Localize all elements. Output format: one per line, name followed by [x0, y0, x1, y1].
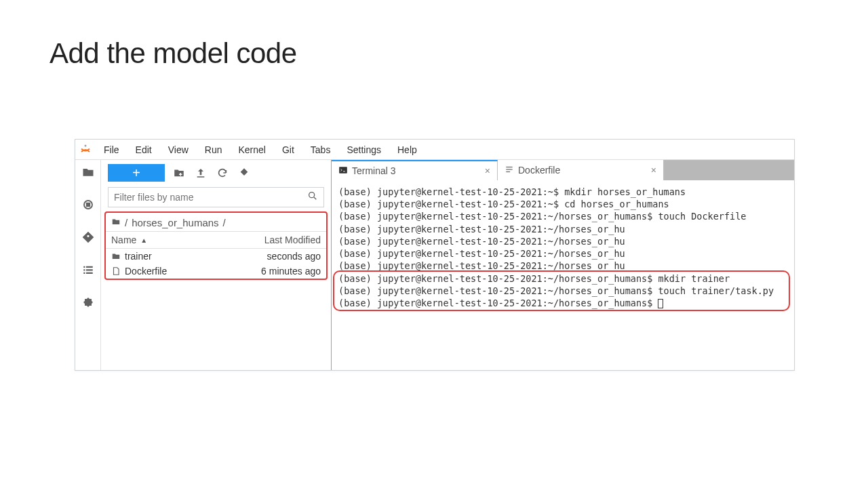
git-icon[interactable]	[80, 229, 96, 245]
running-icon[interactable]	[80, 197, 96, 213]
file-icon	[111, 266, 121, 276]
new-folder-icon[interactable]	[172, 165, 186, 180]
git-pull-icon[interactable]	[237, 165, 252, 180]
file-lines-icon	[505, 165, 514, 176]
menu-help[interactable]: Help	[389, 142, 425, 158]
term-line: (base) jupyter@kernel-test-10-25-2021:~$…	[338, 198, 787, 210]
filter-row	[108, 187, 324, 207]
close-icon[interactable]: ×	[651, 165, 656, 176]
col-modified-header[interactable]: Last Modified	[239, 235, 321, 245]
terminal-highlight	[333, 270, 790, 311]
new-launcher-button[interactable]: +	[108, 164, 165, 182]
top-bar: File Edit View Run Kernel Git Tabs Setti…	[75, 140, 794, 160]
menu-view[interactable]: View	[160, 142, 197, 158]
svg-rect-5	[83, 269, 85, 270]
menu-bar: File Edit View Run Kernel Git Tabs Setti…	[96, 142, 425, 158]
main-area: + / horses_or_humans / Name ▲	[75, 160, 794, 370]
file-toolbar: +	[101, 160, 331, 186]
svg-rect-2	[86, 203, 90, 207]
svg-rect-13	[339, 167, 347, 173]
menu-run[interactable]: Run	[197, 142, 231, 158]
page-heading: Add the model code	[0, 0, 868, 70]
breadcrumb-folder-icon	[111, 217, 121, 228]
close-icon[interactable]: ×	[485, 165, 490, 176]
file-list-highlight: / horses_or_humans / Name ▲ Last Modifie…	[104, 211, 328, 280]
col-name-header[interactable]: Name ▲	[111, 235, 239, 245]
menu-file[interactable]: File	[96, 142, 127, 158]
folder-icon	[111, 251, 121, 261]
term-line: (base) jupyter@kernel-test-10-25-2021:~/…	[338, 223, 787, 235]
tab-label: Dockerfile	[518, 165, 647, 176]
file-modified: 6 minutes ago	[239, 266, 321, 277]
term-line: (base) jupyter@kernel-test-10-25-2021:~$…	[338, 186, 787, 198]
search-icon[interactable]	[307, 190, 318, 204]
svg-rect-3	[83, 266, 85, 268]
term-line: (base) jupyter@kernel-test-10-25-2021:~/…	[338, 247, 787, 260]
filter-input[interactable]	[114, 192, 307, 203]
menu-settings[interactable]: Settings	[338, 142, 389, 158]
refresh-icon[interactable]	[215, 165, 230, 180]
svg-rect-4	[86, 266, 93, 268]
breadcrumb[interactable]: / horses_or_humans /	[106, 213, 326, 231]
upload-icon[interactable]	[193, 165, 208, 180]
menu-edit[interactable]: Edit	[127, 142, 160, 158]
menu-git[interactable]: Git	[274, 142, 302, 158]
menu-tabs[interactable]: Tabs	[302, 142, 339, 158]
toc-icon[interactable]	[80, 262, 96, 278]
file-row-dockerfile[interactable]: Dockerfile 6 minutes ago	[106, 264, 326, 279]
svg-point-11	[309, 192, 315, 198]
term-line: (base) jupyter@kernel-test-10-25-2021:~/…	[338, 210, 787, 222]
left-rail	[75, 160, 101, 370]
jupyter-window: File Edit View Run Kernel Git Tabs Setti…	[75, 139, 795, 371]
svg-point-0	[85, 144, 87, 146]
svg-rect-6	[86, 269, 93, 270]
terminal-body[interactable]: (base) jupyter@kernel-test-10-25-2021:~$…	[332, 180, 794, 370]
svg-line-12	[314, 197, 316, 199]
breadcrumb-root[interactable]: /	[125, 217, 127, 228]
jupyter-logo-icon	[75, 144, 96, 156]
file-modified: seconds ago	[239, 251, 321, 262]
tabbar: Terminal 3 × Dockerfile ×	[332, 160, 794, 180]
tab-label: Terminal 3	[352, 165, 481, 176]
file-browser: + / horses_or_humans / Name ▲	[101, 160, 332, 370]
term-line: (base) jupyter@kernel-test-10-25-2021:~/…	[338, 235, 787, 247]
breadcrumb-trail: /	[223, 217, 226, 228]
file-header: Name ▲ Last Modified	[106, 231, 326, 249]
sort-arrow-icon: ▲	[140, 237, 147, 244]
menu-kernel[interactable]: Kernel	[230, 142, 273, 158]
extensions-icon[interactable]	[80, 294, 96, 310]
file-row-trainer[interactable]: trainer seconds ago	[106, 249, 326, 264]
svg-rect-10	[179, 174, 182, 176]
tab-dockerfile[interactable]: Dockerfile ×	[498, 160, 664, 180]
breadcrumb-folder[interactable]: horses_or_humans	[132, 217, 218, 228]
svg-rect-7	[83, 272, 85, 274]
terminal-icon	[338, 165, 348, 177]
tab-terminal[interactable]: Terminal 3 ×	[332, 160, 498, 180]
folder-icon[interactable]	[80, 164, 96, 180]
tabs-area: Terminal 3 × Dockerfile × (base) jupyter…	[332, 160, 794, 370]
svg-rect-8	[86, 272, 93, 274]
